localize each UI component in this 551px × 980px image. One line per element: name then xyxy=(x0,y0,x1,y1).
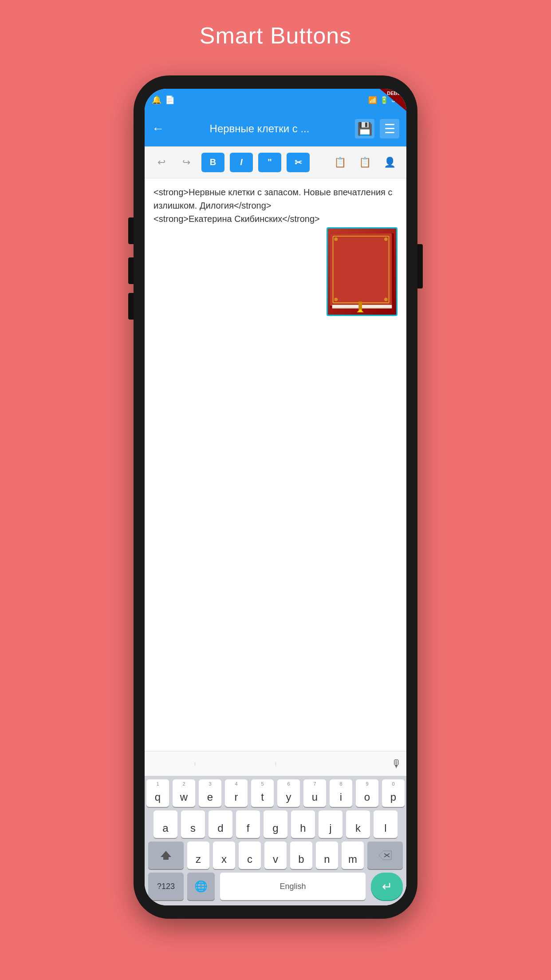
key-o[interactable]: 9o xyxy=(356,779,378,807)
shift-key[interactable] xyxy=(148,842,184,869)
keyboard-row-2: a s d f g h j k l xyxy=(146,810,405,838)
key-t[interactable]: 5t xyxy=(251,779,274,807)
key-s[interactable]: s xyxy=(181,810,205,838)
file-icon: 📄 xyxy=(165,95,175,105)
key-d[interactable]: d xyxy=(209,810,232,838)
app-bar: ← Нервные клетки с ... 💾 ☰ xyxy=(145,111,406,146)
undo-button[interactable]: ↩ xyxy=(152,153,171,172)
svg-marker-11 xyxy=(161,851,171,860)
suggestion-1[interactable] xyxy=(184,762,195,766)
italic-button[interactable]: I xyxy=(230,153,253,172)
key-i[interactable]: 8i xyxy=(330,779,352,807)
svg-rect-1 xyxy=(330,233,392,306)
key-z[interactable]: z xyxy=(187,842,209,869)
save-button[interactable]: 💾 xyxy=(355,119,374,138)
key-m[interactable]: m xyxy=(342,842,364,869)
key-v[interactable]: v xyxy=(264,842,287,869)
editor-toolbar: ↩ ↪ B I " ✂ 📋 📋 👤 xyxy=(145,146,406,178)
mic-button[interactable]: 🎙 xyxy=(391,758,402,770)
signal-icon: 📶 xyxy=(368,96,377,104)
editor-content[interactable]: <strong>Нервные клетки с запасом. Новые … xyxy=(145,178,406,751)
back-button[interactable]: ← xyxy=(152,122,164,136)
status-left: 🔔 📄 xyxy=(152,95,175,105)
key-n[interactable]: n xyxy=(316,842,338,869)
notification-icon: 🔔 xyxy=(152,95,161,105)
symbols-key[interactable]: ?123 xyxy=(148,873,184,900)
user-button[interactable]: 👤 xyxy=(380,153,399,172)
key-r[interactable]: 4r xyxy=(225,779,248,807)
bold-button[interactable]: B xyxy=(201,153,224,172)
battery-icon: 🔋 xyxy=(380,96,389,104)
dark-clipboard-button[interactable]: 📋 xyxy=(355,153,374,172)
redo-button[interactable]: ↪ xyxy=(177,153,196,172)
key-g[interactable]: g xyxy=(264,810,287,838)
keyboard: 1q 2w 3e 4r 5t 6y 7u 8i 9o 0p a s d f g … xyxy=(145,776,406,905)
key-e[interactable]: 3e xyxy=(199,779,221,807)
menu-button[interactable]: ☰ xyxy=(380,119,399,138)
key-c[interactable]: c xyxy=(239,842,261,869)
key-p[interactable]: 0p xyxy=(382,779,405,807)
globe-key[interactable]: 🌐 xyxy=(187,873,215,900)
editor-text: <strong>Нервные клетки с запасом. Новые … xyxy=(153,186,398,225)
svg-point-6 xyxy=(384,237,388,241)
key-w[interactable]: 2w xyxy=(173,779,195,807)
key-y[interactable]: 6y xyxy=(277,779,300,807)
suggestion-items xyxy=(149,762,391,766)
svg-point-8 xyxy=(384,298,388,301)
clipboard-button[interactable]: 📋 xyxy=(330,153,350,172)
page-title: Smart Buttons xyxy=(200,22,351,49)
phone-screen: 🔔 📄 📶 🔋 34 DEBUG ← Нервные клетки с ... … xyxy=(145,89,406,905)
book-image xyxy=(327,227,398,316)
svg-point-5 xyxy=(334,237,338,241)
key-a[interactable]: a xyxy=(153,810,177,838)
suggestion-bar: 🎙 xyxy=(145,751,406,776)
space-key[interactable]: English xyxy=(220,873,366,900)
key-k[interactable]: k xyxy=(346,810,370,838)
quote-button[interactable]: " xyxy=(258,153,281,172)
suggestion-3[interactable] xyxy=(346,762,356,766)
svg-point-7 xyxy=(334,298,338,301)
key-h[interactable]: h xyxy=(291,810,315,838)
key-u[interactable]: 7u xyxy=(303,779,326,807)
cut-button[interactable]: ✂ xyxy=(287,153,310,172)
app-bar-actions: 💾 ☰ xyxy=(355,119,399,138)
key-x[interactable]: x xyxy=(213,842,235,869)
enter-key[interactable]: ↵ xyxy=(371,873,403,900)
keyboard-bottom-row: ?123 🌐 English ↵ xyxy=(146,873,405,900)
keyboard-row-3: z x c v b n m xyxy=(146,842,405,869)
key-l[interactable]: l xyxy=(374,810,398,838)
app-bar-title: Нервные клетки с ... xyxy=(171,122,348,135)
svg-marker-10 xyxy=(357,309,363,312)
key-q[interactable]: 1q xyxy=(146,779,169,807)
phone-frame: 🔔 📄 📶 🔋 34 DEBUG ← Нервные клетки с ... … xyxy=(134,75,417,919)
status-bar: 🔔 📄 📶 🔋 34 DEBUG xyxy=(145,89,406,111)
backspace-key[interactable] xyxy=(367,842,403,869)
keyboard-row-1: 1q 2w 3e 4r 5t 6y 7u 8i 9o 0p xyxy=(146,779,405,807)
suggestion-2[interactable] xyxy=(265,762,276,766)
key-b[interactable]: b xyxy=(290,842,312,869)
key-f[interactable]: f xyxy=(236,810,260,838)
key-j[interactable]: j xyxy=(319,810,342,838)
